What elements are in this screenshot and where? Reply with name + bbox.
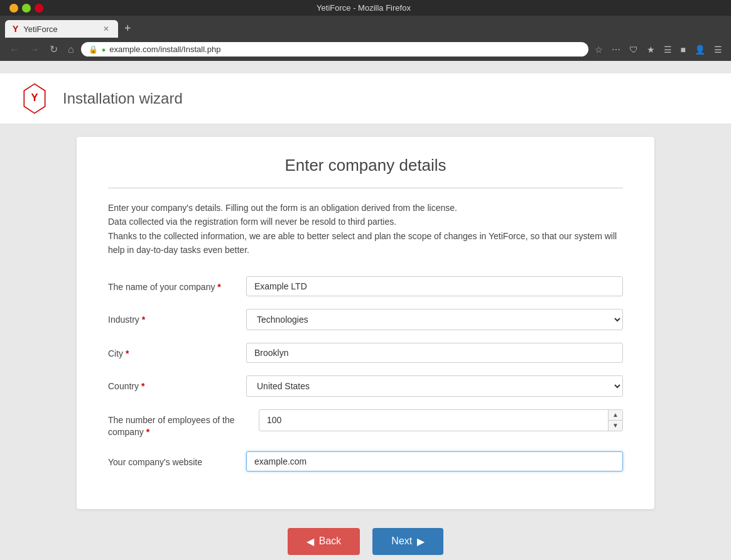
website-input[interactable] xyxy=(246,451,623,471)
employees-row: The number of employees of the company *… xyxy=(108,409,623,439)
city-label: City * xyxy=(108,343,234,360)
card-description: Enter your company's details. Filling ou… xyxy=(108,201,623,257)
spinner-buttons: ▲ ▼ xyxy=(608,410,622,431)
active-tab[interactable]: Y YetiForce ✕ xyxy=(5,20,118,38)
company-name-input[interactable] xyxy=(246,276,623,296)
page-title: Installation wizard xyxy=(63,90,183,107)
city-row: City * xyxy=(108,343,623,363)
minimize-button[interactable] xyxy=(9,4,18,13)
yetiforce-logo: Y xyxy=(19,83,50,114)
window-controls[interactable] xyxy=(9,4,43,13)
country-required-star: * xyxy=(141,381,144,391)
address-bar: ← → ↻ ⌂ 🔒 ● example.com/install/Install.… xyxy=(0,38,731,61)
title-bar: YetiForce - Mozilla Firefox xyxy=(0,0,731,16)
employees-label: The number of employees of the company * xyxy=(108,409,246,439)
company-required-star: * xyxy=(217,282,220,292)
spinner-up-button[interactable]: ▲ xyxy=(609,410,622,420)
description-line2: Data collected via the registration form… xyxy=(108,215,623,229)
navigation-buttons: ◀ Back Next ▶ xyxy=(0,528,731,555)
shield-icon[interactable]: 🛡 xyxy=(627,42,641,57)
maximize-button[interactable] xyxy=(22,4,31,13)
ssl-indicator: ● xyxy=(102,46,106,53)
tab-favicon: Y xyxy=(13,24,18,34)
page-background: Y Installation wizard Enter company deta… xyxy=(0,61,731,560)
url-text[interactable]: example.com/install/Install.php xyxy=(109,45,580,54)
toolbar-icons: ☆ ⋯ 🛡 ★ ☰ ■ 👤 ☰ xyxy=(592,42,725,57)
industry-row: Industry * Technologies Finance Healthca… xyxy=(108,309,623,330)
card-title: Enter company details xyxy=(108,156,623,175)
website-row: Your company's website xyxy=(108,451,623,471)
company-details-card: Enter company details Enter your company… xyxy=(77,137,654,509)
profile-icon[interactable]: 👤 xyxy=(692,42,708,57)
page-header: Y Installation wizard xyxy=(0,73,731,124)
back-button-label: Back xyxy=(319,536,342,547)
more-icon[interactable]: ⋯ xyxy=(609,42,623,57)
back-arrow-icon: ◀ xyxy=(306,536,314,547)
security-icon: 🔒 xyxy=(89,45,98,54)
library-icon[interactable]: ☰ xyxy=(661,42,674,57)
company-name-label: The name of your company * xyxy=(108,276,234,294)
window-title: YetiForce - Mozilla Firefox xyxy=(43,3,684,13)
new-tab-button[interactable]: + xyxy=(119,19,136,38)
employees-input[interactable] xyxy=(259,411,608,429)
employees-spinner[interactable]: ▲ ▼ xyxy=(259,409,623,431)
description-line3: Thanks to the collected information, we … xyxy=(108,229,623,257)
svg-text:Y: Y xyxy=(31,92,38,104)
star-icon[interactable]: ★ xyxy=(644,42,658,57)
next-button-label: Next xyxy=(391,536,412,547)
close-button[interactable] xyxy=(35,4,43,13)
industry-required-star: * xyxy=(142,315,145,325)
spinner-down-button[interactable]: ▼ xyxy=(609,420,622,431)
industry-select[interactable]: Technologies Finance Healthcare Educatio… xyxy=(246,309,623,330)
next-button[interactable]: Next ▶ xyxy=(372,528,443,555)
tab-close-button[interactable]: ✕ xyxy=(102,24,111,33)
country-row: Country * United States United Kingdom G… xyxy=(108,375,623,397)
employees-required-star: * xyxy=(146,427,149,437)
company-name-row: The name of your company * xyxy=(108,276,623,296)
bookmark-icon[interactable]: ☆ xyxy=(592,42,605,57)
menu-icon[interactable]: ☰ xyxy=(712,42,725,57)
back-button[interactable]: ◀ Back xyxy=(288,528,360,555)
country-label: Country * xyxy=(108,375,234,393)
tab-title-label: YetiForce xyxy=(23,24,97,34)
reload-button[interactable]: ↻ xyxy=(46,41,61,57)
home-button[interactable]: ⌂ xyxy=(65,42,77,57)
card-divider xyxy=(108,188,623,188)
website-label: Your company's website xyxy=(108,451,234,469)
city-input[interactable] xyxy=(246,343,623,363)
next-arrow-icon: ▶ xyxy=(417,536,425,547)
forward-nav-button[interactable]: → xyxy=(26,42,43,57)
country-select[interactable]: United States United Kingdom Germany Fra… xyxy=(246,375,623,397)
url-bar[interactable]: 🔒 ● example.com/install/Install.php xyxy=(81,42,588,57)
tab-bar: Y YetiForce ✕ + xyxy=(0,16,731,38)
city-required-star: * xyxy=(126,348,129,358)
description-line1: Enter your company's details. Filling ou… xyxy=(108,201,623,215)
sidebar-icon[interactable]: ■ xyxy=(678,42,688,57)
industry-label: Industry * xyxy=(108,309,234,326)
back-nav-button[interactable]: ← xyxy=(6,42,23,57)
